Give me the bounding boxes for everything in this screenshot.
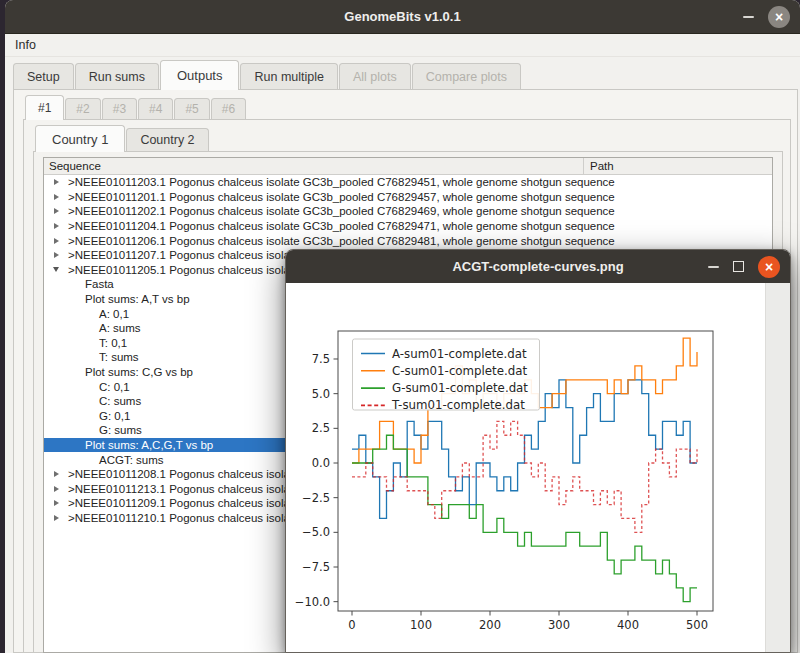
image-viewer-window: ACGT-complete-curves.png × 0100200300400…	[285, 249, 791, 653]
triangle-glyph	[54, 515, 59, 521]
close-icon[interactable]: ×	[758, 256, 780, 278]
tab-country-1[interactable]: Country 1	[35, 125, 125, 152]
svg-text:500: 500	[686, 618, 708, 632]
expander-open-icon[interactable]	[50, 267, 62, 272]
tree-item-label: T: 0,1	[99, 337, 127, 349]
tree-row[interactable]: >NEEE01011204.1 Pogonus chalceus isolate…	[44, 219, 772, 234]
triangle-glyph	[54, 223, 59, 229]
svg-text:400: 400	[617, 618, 639, 632]
svg-text:−2.5: −2.5	[302, 491, 330, 505]
minimize-icon[interactable]	[743, 16, 754, 18]
tab-5: #5	[174, 98, 209, 119]
tree-item-label: >NEEE01011201.1 Pogonus chalceus isolate…	[68, 191, 615, 203]
triangle-glyph	[53, 267, 59, 272]
menubar: Info	[5, 34, 800, 57]
image-viewer-titlebar[interactable]: ACGT-complete-curves.png ×	[286, 250, 790, 284]
triangle-glyph	[54, 486, 59, 492]
image-viewer-title: ACGT-complete-curves.png	[452, 259, 623, 274]
triangle-glyph	[54, 179, 59, 185]
triangle-glyph	[54, 500, 59, 506]
tree-item-label: >NEEE01011208.1 Pogonus chalceus isolate	[68, 468, 300, 480]
tree-item-label: C: 0,1	[99, 381, 130, 393]
svg-text:200: 200	[479, 618, 501, 632]
tree-item-label: Plot sums: A,C,G,T vs bp	[85, 439, 213, 451]
svg-text:G-sum01-complete.dat: G-sum01-complete.dat	[392, 381, 528, 395]
image-viewer-controls: ×	[708, 250, 780, 283]
tab-run-multiple[interactable]: Run multiple	[240, 63, 337, 89]
tree-row[interactable]: >NEEE01011202.1 Pogonus chalceus isolate…	[44, 204, 772, 219]
triangle-glyph	[54, 208, 59, 214]
tree-item-label: >NEEE01011209.1 Pogonus chalceus isolate	[68, 497, 300, 509]
expander-closed-icon[interactable]	[50, 471, 62, 477]
triangle-glyph	[54, 194, 59, 200]
svg-text:7.5: 7.5	[312, 352, 330, 366]
image-viewer-content: 01002003004005007.55.02.50.0−2.5−5.0−7.5…	[286, 283, 790, 652]
tree-header: Sequence Path	[44, 158, 772, 175]
svg-text:100: 100	[410, 618, 432, 632]
tree-item-label: >NEEE01011210.1 Pogonus chalceus isolate	[68, 512, 300, 524]
svg-text:C-sum01-complete.dat: C-sum01-complete.dat	[392, 364, 527, 378]
expander-closed-icon[interactable]	[50, 515, 62, 521]
svg-text:0.0: 0.0	[312, 456, 330, 470]
triangle-glyph	[54, 471, 59, 477]
menu-item-info[interactable]: Info	[5, 34, 46, 56]
tree-item-label: C: sums	[99, 395, 141, 407]
expander-closed-icon[interactable]	[50, 194, 62, 200]
svg-text:2.5: 2.5	[312, 421, 330, 435]
tree-item-label: >NEEE01011202.1 Pogonus chalceus isolate…	[68, 205, 615, 217]
tree-row[interactable]: >NEEE01011203.1 Pogonus chalceus isolate…	[44, 175, 772, 190]
tree-item-label: >NEEE01011206.1 Pogonus chalceus isolate…	[68, 235, 615, 247]
tree-item-label: A: sums	[99, 322, 141, 334]
tree-item-label: G: 0,1	[99, 410, 130, 422]
minimize-icon[interactable]	[708, 266, 719, 268]
acgt-plot-image: 01002003004005007.55.02.50.0−2.5−5.0−7.5…	[286, 283, 761, 651]
main-tabstrip: SetupRun sumsOutputsRun multipleAll plot…	[13, 60, 522, 90]
expander-closed-icon[interactable]	[50, 223, 62, 229]
tree-item-label: G: sums	[99, 424, 142, 436]
tab-outputs[interactable]: Outputs	[160, 60, 240, 90]
svg-text:5.0: 5.0	[312, 387, 330, 401]
tab-6: #6	[211, 98, 246, 119]
expander-closed-icon[interactable]	[50, 208, 62, 214]
tree-item-label: Fasta	[85, 278, 114, 290]
tab-3: #3	[102, 98, 137, 119]
column-header-sequence[interactable]: Sequence	[44, 158, 584, 174]
tab-1[interactable]: #1	[25, 95, 64, 120]
svg-text:−10.0: −10.0	[295, 595, 330, 609]
tree-item-label: A: 0,1	[99, 308, 129, 320]
tree-row[interactable]: >NEEE01011201.1 Pogonus chalceus isolate…	[44, 190, 772, 205]
country-tabstrip: Country 1Country 2	[35, 125, 210, 152]
tree-item-label: ACGT: sums	[99, 454, 164, 466]
tab-2: #2	[65, 98, 100, 119]
expander-closed-icon[interactable]	[50, 238, 62, 244]
column-header-path[interactable]: Path	[584, 158, 772, 174]
image-viewer-side-panel[interactable]	[765, 283, 790, 652]
numbered-tabstrip: #1#2#3#4#5#6	[25, 95, 247, 120]
tree-item-label: T: sums	[99, 351, 139, 363]
tab-setup[interactable]: Setup	[13, 63, 74, 89]
expander-closed-icon[interactable]	[50, 500, 62, 506]
maximize-icon[interactable]	[733, 261, 744, 272]
app-title: GenomeBits v1.0.1	[344, 9, 460, 24]
window-controls: ×	[743, 0, 790, 33]
tree-item-label: >NEEE01011213.1 Pogonus chalceus isolate	[68, 483, 300, 495]
svg-text:T-sum01-complete.dat: T-sum01-complete.dat	[391, 398, 525, 412]
tab-4: #4	[138, 98, 173, 119]
svg-text:A-sum01-complete.dat: A-sum01-complete.dat	[392, 347, 527, 361]
svg-text:300: 300	[548, 618, 570, 632]
tree-item-label: Plot sums: A,T vs bp	[85, 293, 190, 305]
tab-all-plots: All plots	[339, 63, 411, 89]
tree-row[interactable]: >NEEE01011206.1 Pogonus chalceus isolate…	[44, 233, 772, 248]
desktop: { "window": { "title": "GenomeBits v1.0.…	[0, 0, 800, 653]
tab-run-sums[interactable]: Run sums	[75, 63, 159, 89]
tab-country-2[interactable]: Country 2	[126, 128, 208, 151]
tree-item-label: >NEEE01011204.1 Pogonus chalceus isolate…	[68, 220, 615, 232]
expander-closed-icon[interactable]	[50, 486, 62, 492]
expander-closed-icon[interactable]	[50, 252, 62, 258]
expander-closed-icon[interactable]	[50, 179, 62, 185]
triangle-glyph	[54, 238, 59, 244]
close-icon[interactable]: ×	[768, 6, 790, 28]
tree-item-label: Plot sums: C,G vs bp	[85, 366, 193, 378]
svg-text:−5.0: −5.0	[302, 525, 330, 539]
app-titlebar[interactable]: GenomeBits v1.0.1 ×	[5, 0, 800, 34]
